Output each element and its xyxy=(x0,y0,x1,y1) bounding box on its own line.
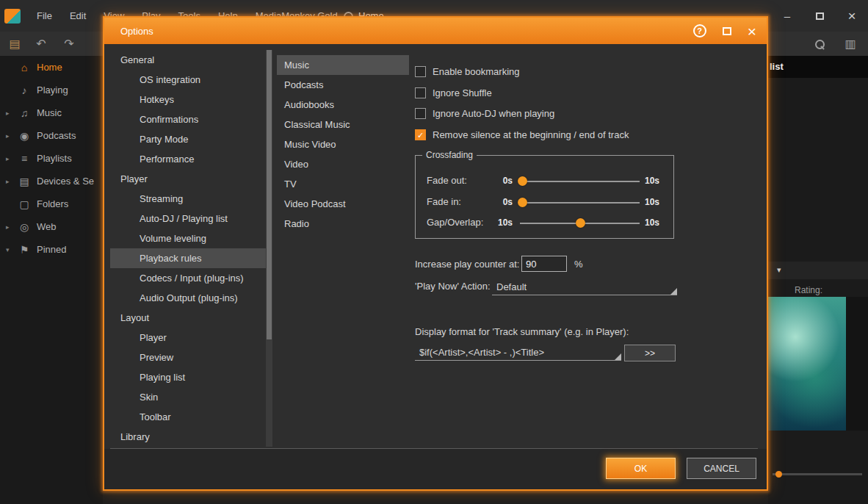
fade-in-slider-thumb[interactable] xyxy=(518,198,527,207)
tree-item-codecs[interactable]: Codecs / Input (plug-ins) xyxy=(110,268,266,288)
media-type-audiobooks[interactable]: Audiobooks xyxy=(277,95,409,115)
tree-scrollbar-thumb[interactable] xyxy=(267,50,272,339)
play-counter-input[interactable] xyxy=(521,256,567,272)
tree-item-layout[interactable]: Layout xyxy=(110,308,266,328)
rating-label: Rating: xyxy=(795,285,822,295)
volume-slider[interactable] xyxy=(773,473,862,475)
tree-item-volume-leveling[interactable]: Volume leveling xyxy=(110,228,266,248)
checkbox-icon[interactable] xyxy=(415,87,426,98)
help-icon[interactable] xyxy=(693,24,706,37)
panel-collapse-bar[interactable] xyxy=(768,262,868,279)
tree-item-playback-rules[interactable]: Playback rules xyxy=(110,248,266,268)
sidebar-label: Folders xyxy=(37,198,68,209)
checkbox-label: Remove silence at the beginning / end of… xyxy=(433,129,629,140)
sidebar-label: Web xyxy=(37,221,57,232)
sidebar-item-folders[interactable]: Folders xyxy=(0,192,103,215)
gap-overlap-slider-thumb[interactable] xyxy=(576,218,585,228)
tree-scrollbar[interactable] xyxy=(266,50,272,447)
tree-item-confirmations[interactable]: Confirmations xyxy=(110,109,266,129)
panel-toggle-icon[interactable] xyxy=(4,32,25,56)
expand-chevron-icon[interactable] xyxy=(6,109,16,117)
checkbox-icon[interactable] xyxy=(415,108,426,119)
sidebar-item-podcasts[interactable]: Podcasts xyxy=(0,124,103,147)
display-format-expand-button[interactable]: >> xyxy=(624,345,676,361)
media-type-radio[interactable]: Radio xyxy=(277,214,409,234)
fade-out-slider[interactable] xyxy=(520,181,640,182)
fade-in-slider[interactable] xyxy=(520,202,640,204)
expand-chevron-icon[interactable] xyxy=(6,178,16,185)
device-icon xyxy=(16,176,32,187)
play-now-dropdown[interactable]: Default xyxy=(492,279,677,295)
sidebar-item-music[interactable]: Music xyxy=(0,101,103,124)
dialog-close-icon[interactable] xyxy=(748,24,756,39)
checkbox-ignore-shuffle[interactable]: Ignore Shuffle xyxy=(415,87,492,99)
media-type-list: Music Podcasts Audiobooks Classical Musi… xyxy=(277,55,409,234)
expand-chevron-icon[interactable] xyxy=(6,132,16,140)
sidebar-item-pinned[interactable]: Pinned xyxy=(0,238,103,261)
redo-icon[interactable] xyxy=(59,32,79,56)
sidebar-item-web[interactable]: Web xyxy=(0,215,103,238)
sidebar-item-devices[interactable]: Devices & Se xyxy=(0,170,103,192)
collapse-chevron-icon[interactable] xyxy=(6,246,16,253)
toolbar-search-icon xyxy=(815,40,824,48)
media-type-music-video[interactable]: Music Video xyxy=(277,134,409,154)
right-panel: list Rating: xyxy=(768,56,868,504)
media-type-classical-music[interactable]: Classical Music xyxy=(277,115,409,134)
layout-columns-icon[interactable] xyxy=(840,32,861,56)
fade-out-slider-thumb[interactable] xyxy=(518,176,527,186)
fade-in-label: Fade in: xyxy=(427,196,461,207)
expand-chevron-icon[interactable] xyxy=(6,223,16,231)
tree-item-layout-player[interactable]: Player xyxy=(110,328,266,348)
display-format-value: $if(<Artist>,<Artist> - ,)<Title> xyxy=(419,347,544,358)
tree-item-performance[interactable]: Performance xyxy=(110,149,266,169)
tree-item-party-mode[interactable]: Party Mode xyxy=(110,129,266,149)
menu-file[interactable]: File xyxy=(28,0,61,32)
menu-edit[interactable]: Edit xyxy=(61,0,95,32)
checkbox-icon[interactable] xyxy=(415,66,426,77)
undo-icon[interactable] xyxy=(31,32,51,56)
dialog-maximize-icon[interactable] xyxy=(723,27,731,35)
maximize-icon xyxy=(816,12,824,20)
tree-item-autodj[interactable]: Auto-DJ / Playing list xyxy=(110,209,266,228)
checkbox-remove-silence[interactable]: Remove silence at the beginning / end of… xyxy=(415,129,629,141)
tree-item-preview[interactable]: Preview xyxy=(110,348,266,367)
app-logo-icon xyxy=(4,9,21,24)
tree-item-audio-output[interactable]: Audio Output (plug-ins) xyxy=(110,288,266,308)
gap-overlap-max: 10s xyxy=(645,217,659,228)
media-type-music[interactable]: Music xyxy=(277,55,409,75)
toolbar-search-button[interactable] xyxy=(809,32,830,56)
play-counter-suffix: % xyxy=(574,259,583,270)
expand-chevron-icon[interactable] xyxy=(6,155,16,162)
tree-item-toolbar[interactable]: Toolbar xyxy=(110,407,266,427)
maximize-button[interactable] xyxy=(803,0,836,32)
play-now-value: Default xyxy=(496,281,527,292)
minimize-button[interactable] xyxy=(771,0,803,32)
tree-item-playing-list[interactable]: Playing list xyxy=(110,367,266,387)
media-type-tv[interactable]: TV xyxy=(277,174,409,194)
tree-item-hotkeys[interactable]: Hotkeys xyxy=(110,90,266,109)
display-format-combo[interactable]: $if(<Artist>,<Artist> - ,)<Title> xyxy=(415,345,621,361)
ok-button[interactable]: OK xyxy=(606,458,676,479)
checkbox-checked-icon[interactable] xyxy=(415,129,426,140)
media-type-podcasts[interactable]: Podcasts xyxy=(277,75,409,95)
tree-item-skin[interactable]: Skin xyxy=(110,387,266,407)
sidebar-item-home[interactable]: Home xyxy=(0,56,103,79)
volume-slider-thumb[interactable] xyxy=(775,471,782,478)
sidebar-item-playing[interactable]: Playing xyxy=(0,79,103,101)
dialog-titlebar: Options xyxy=(104,18,767,44)
tree-item-player[interactable]: Player xyxy=(110,169,266,189)
close-button[interactable] xyxy=(836,0,868,32)
tree-item-general[interactable]: General xyxy=(110,50,266,70)
tree-item-os-integration[interactable]: OS integration xyxy=(110,70,266,90)
media-type-video-podcast[interactable]: Video Podcast xyxy=(277,194,409,214)
checkbox-ignore-autodj[interactable]: Ignore Auto-DJ when playing xyxy=(415,107,554,120)
sidebar-item-playlists[interactable]: Playlists xyxy=(0,147,103,170)
tree-item-library[interactable]: Library xyxy=(110,427,266,447)
checkbox-enable-bookmarking[interactable]: Enable bookmarking xyxy=(415,65,520,78)
dropdown-corner-icon xyxy=(670,288,677,295)
media-type-video[interactable]: Video xyxy=(277,154,409,174)
sidebar-label: Podcasts xyxy=(37,130,76,141)
cancel-button[interactable]: CANCEL xyxy=(687,458,756,479)
gap-overlap-slider[interactable] xyxy=(520,223,640,224)
tree-item-streaming[interactable]: Streaming xyxy=(110,189,266,209)
